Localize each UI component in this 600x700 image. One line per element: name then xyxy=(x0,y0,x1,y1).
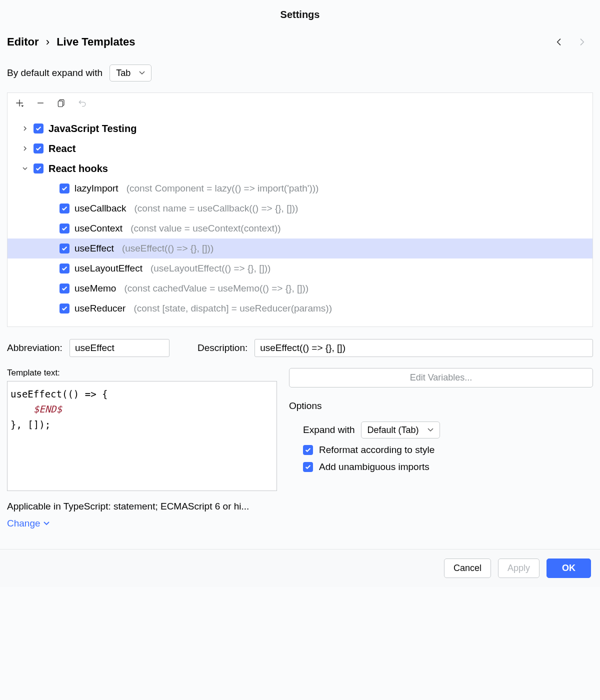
template-desc: (useEffect(() => {}, [])) xyxy=(122,243,214,254)
breadcrumb-separator: › xyxy=(42,36,54,48)
checkbox-icon[interactable] xyxy=(60,244,70,254)
nav-back-icon[interactable] xyxy=(553,36,565,48)
tree-item[interactable]: useReducer (const [state, dispatch] = us… xyxy=(8,298,592,318)
template-desc: (const cachedValue = useMemo(() => {}, [… xyxy=(124,283,308,294)
ok-button[interactable]: OK xyxy=(546,558,591,578)
template-text-label: Template text: xyxy=(7,368,277,378)
edit-variables-button[interactable]: Edit Variables... xyxy=(289,368,593,388)
tree-group[interactable]: React xyxy=(8,138,592,158)
tree-item[interactable]: useCallback (const name = useCallback(()… xyxy=(8,198,592,218)
checkbox-icon[interactable] xyxy=(34,144,44,154)
template-desc: (const value = useContext(context)) xyxy=(130,223,280,234)
reformat-checkbox[interactable] xyxy=(303,445,313,455)
add-icon[interactable] xyxy=(14,97,26,109)
template-desc: (const name = useCallback(() => {}, [])) xyxy=(134,203,298,214)
group-label: JavaScript Testing xyxy=(48,123,136,134)
expand-with-select[interactable]: Default (Tab) xyxy=(361,422,440,438)
breadcrumb-parent[interactable]: Editor xyxy=(7,36,39,48)
tree-group[interactable]: JavaScript Testing xyxy=(8,118,592,138)
add-imports-checkbox[interactable] xyxy=(303,462,313,472)
abbreviation-label: Abbreviation: xyxy=(7,342,62,354)
tree-group[interactable]: React hooks xyxy=(8,158,592,178)
default-expand-select[interactable]: Tab xyxy=(110,64,152,82)
template-desc: (const Component = lazy(() => import('pa… xyxy=(126,183,319,194)
template-name: useMemo xyxy=(74,283,116,294)
chevron-down-icon[interactable] xyxy=(22,166,28,172)
checkbox-icon[interactable] xyxy=(60,204,70,214)
abbreviation-input[interactable] xyxy=(70,339,170,357)
template-name: useCallback xyxy=(74,203,126,214)
checkbox-icon[interactable] xyxy=(60,284,70,294)
checkbox-icon[interactable] xyxy=(60,224,70,234)
tree-item[interactable]: useContext (const value = useContext(con… xyxy=(8,218,592,238)
copy-icon[interactable] xyxy=(56,97,68,109)
cancel-button[interactable]: Cancel xyxy=(444,558,491,578)
template-name: lazyImport xyxy=(74,183,118,194)
breadcrumb: Editor › Live Templates xyxy=(7,36,135,48)
group-label: React xyxy=(48,143,76,154)
add-imports-label: Add unambiguous imports xyxy=(319,462,430,472)
checkbox-icon[interactable] xyxy=(60,304,70,314)
expand-with-label: Expand with xyxy=(303,424,355,436)
remove-icon[interactable] xyxy=(34,97,46,109)
tree-item[interactable]: useLayoutEffect (useLayoutEffect(() => {… xyxy=(8,258,592,278)
template-name: useEffect xyxy=(74,243,114,254)
tree-item[interactable]: useMemo (const cachedValue = useMemo(() … xyxy=(8,278,592,298)
checkbox-icon[interactable] xyxy=(60,264,70,274)
group-label: React hooks xyxy=(48,163,108,174)
template-text-editor[interactable]: useEffect(() => { $END$ }, []); xyxy=(7,381,277,491)
applicable-context: Applicable in TypeScript: statement; ECM… xyxy=(7,501,277,512)
tree-item[interactable]: useEffect (useEffect(() => {}, [])) xyxy=(8,238,592,258)
template-name: useContext xyxy=(74,223,122,234)
template-name: useLayoutEffect xyxy=(74,263,142,274)
chevron-right-icon[interactable] xyxy=(22,146,28,152)
change-context-link[interactable]: Change xyxy=(7,518,277,529)
checkbox-icon[interactable] xyxy=(34,124,44,134)
template-name: useReducer xyxy=(74,303,126,314)
default-expand-label: By default expand with xyxy=(7,68,102,78)
svg-rect-1 xyxy=(58,101,62,107)
breadcrumb-current: Live Templates xyxy=(56,36,135,48)
dialog-title: Settings xyxy=(0,0,600,26)
undo-icon[interactable] xyxy=(76,97,88,109)
checkbox-icon[interactable] xyxy=(34,164,44,174)
template-desc: (useLayoutEffect(() => {}, [])) xyxy=(150,263,270,274)
description-label: Description: xyxy=(198,342,248,354)
reformat-label: Reformat according to style xyxy=(319,444,434,456)
options-title: Options xyxy=(289,400,593,412)
tree-item[interactable]: lazyImport (const Component = lazy(() =>… xyxy=(8,178,592,198)
apply-button[interactable]: Apply xyxy=(498,558,540,578)
nav-forward-icon[interactable] xyxy=(576,36,588,48)
chevron-right-icon[interactable] xyxy=(22,126,28,132)
description-input[interactable] xyxy=(254,339,593,357)
checkbox-icon[interactable] xyxy=(60,184,70,194)
templates-tree-panel: JavaScript TestingReactReact hookslazyIm… xyxy=(7,92,593,327)
template-desc: (const [state, dispatch] = useReducer(pa… xyxy=(134,303,332,314)
